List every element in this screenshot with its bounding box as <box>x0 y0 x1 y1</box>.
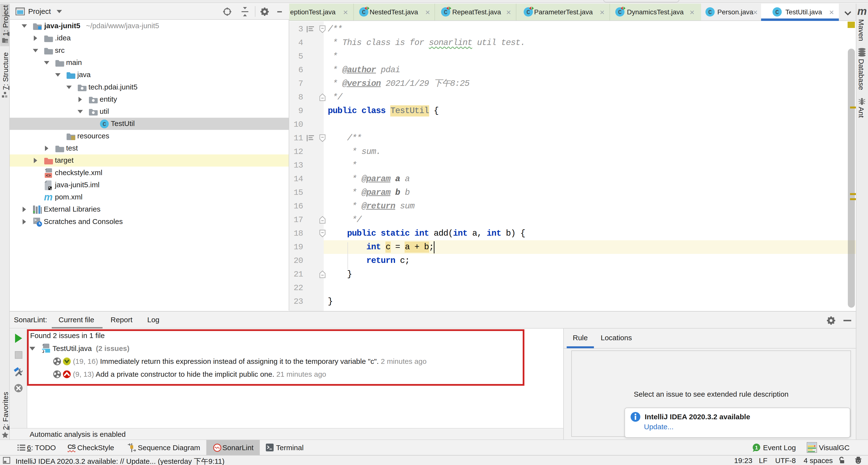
svg-text:C: C <box>102 121 106 128</box>
svg-text:C: C <box>444 9 447 16</box>
svg-text:C: C <box>362 9 366 16</box>
svg-text:C: C <box>708 9 712 16</box>
svg-text:>: > <box>34 218 37 223</box>
svg-text:C: C <box>526 9 530 16</box>
svg-text:C: C <box>618 9 622 16</box>
svg-text:C: C <box>775 9 779 16</box>
svg-text:1: 1 <box>755 444 758 451</box>
svg-text:<>: <> <box>46 173 51 178</box>
